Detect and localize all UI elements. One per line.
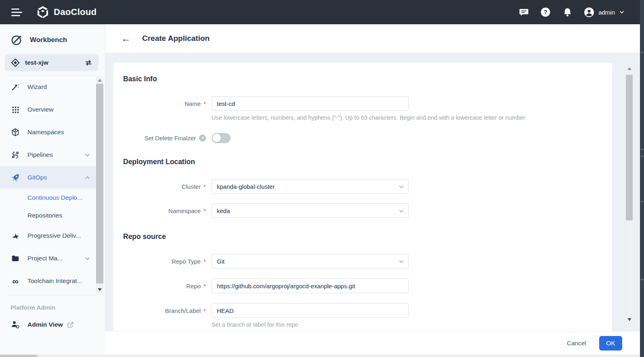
switch-workspace-icon[interactable] bbox=[84, 58, 93, 67]
app-root: DaoCloud ? bbox=[0, 0, 644, 357]
chevron-up-icon bbox=[84, 175, 90, 181]
platform-admin-section-label: Platform Admin bbox=[10, 304, 105, 311]
finalizer-label: Set Delete Finalzer bbox=[144, 135, 196, 142]
required-marker: * bbox=[203, 307, 206, 314]
scrollbar-thumb[interactable] bbox=[626, 75, 633, 220]
wand-icon bbox=[10, 82, 20, 91]
sidebar-subitem-label: Continuous Deplo... bbox=[27, 194, 82, 201]
help-icon[interactable]: ? bbox=[540, 7, 551, 17]
sidebar-item-admin-view[interactable]: Admin View bbox=[0, 313, 105, 336]
sidebar-item-project-management[interactable]: Project Ma... bbox=[0, 247, 96, 270]
sidebar-item-label: Pipelines bbox=[27, 151, 53, 158]
avatar bbox=[584, 7, 594, 17]
sidebar-subitem-label: Repositories bbox=[27, 212, 62, 219]
scroll-down-arrow[interactable] bbox=[98, 288, 102, 291]
namespace-select[interactable]: keda bbox=[212, 203, 409, 218]
window-scrollbar bbox=[640, 0, 644, 357]
branch-label: Branch/Label bbox=[165, 307, 201, 314]
sidebar-divider bbox=[8, 295, 96, 295]
sidebar-item-label: Project Ma... bbox=[27, 255, 63, 262]
repo-type-select[interactable]: Git bbox=[212, 254, 409, 268]
sidebar-item-progressive-delivery[interactable]: Progressive Deliv... bbox=[0, 224, 96, 247]
infinity-icon: ∞ bbox=[10, 277, 20, 285]
scrollbar-thumb[interactable] bbox=[0, 355, 37, 357]
required-marker: * bbox=[203, 100, 206, 107]
menu-toggle-icon[interactable] bbox=[11, 8, 22, 16]
chevron-down-icon bbox=[84, 152, 90, 158]
cluster-select-value: kpanda-global-cluster bbox=[217, 183, 275, 190]
sidebar-item-label: Namespaces bbox=[27, 129, 64, 136]
name-input[interactable] bbox=[212, 96, 409, 111]
ok-button[interactable]: OK bbox=[599, 336, 622, 351]
pipeline-icon bbox=[10, 150, 20, 159]
finalizer-help-icon[interactable]: ? bbox=[199, 135, 206, 142]
scroll-up-arrow[interactable] bbox=[98, 79, 102, 82]
repo-input[interactable] bbox=[212, 279, 409, 293]
app-header: DaoCloud ? bbox=[0, 0, 644, 24]
required-marker: * bbox=[203, 183, 206, 190]
cube-icon bbox=[10, 128, 20, 137]
chevron-down-icon bbox=[399, 208, 404, 215]
branch-input[interactable] bbox=[212, 303, 409, 318]
namespace-select-value: keda bbox=[217, 207, 230, 214]
workbench-label: Workbench bbox=[30, 36, 67, 44]
user-menu[interactable]: admin bbox=[584, 7, 625, 17]
back-arrow-icon[interactable]: ← bbox=[121, 34, 131, 43]
chevron-down-icon bbox=[619, 9, 625, 15]
workspace-selector[interactable]: test-xjw bbox=[5, 54, 99, 71]
form-card: Basic Info Name * Use lowercase letters,… bbox=[113, 63, 612, 332]
scroll-down-arrow[interactable] bbox=[627, 318, 631, 321]
page-header: ← Create Application bbox=[105, 24, 640, 53]
finalizer-row: Set Delete Finalzer ? bbox=[123, 133, 612, 143]
admin-user-icon bbox=[10, 320, 20, 330]
brand[interactable]: DaoCloud bbox=[36, 5, 96, 19]
required-marker: * bbox=[203, 207, 206, 214]
grid-icon bbox=[10, 106, 20, 114]
sidebar-item-wizard[interactable]: Wizard bbox=[0, 76, 96, 98]
sidebar-item-pipelines[interactable]: Pipelines bbox=[0, 144, 96, 166]
namespace-label: Namespace bbox=[168, 207, 201, 214]
user-name: admin bbox=[598, 9, 615, 16]
sidebar-header-workbench[interactable]: Workbench bbox=[0, 24, 105, 53]
repo-field-row: Repo * bbox=[123, 279, 612, 293]
sidebar-item-gitops[interactable]: GitOps bbox=[0, 166, 96, 189]
cluster-select[interactable]: kpanda-global-cluster bbox=[212, 179, 409, 194]
cancel-button[interactable]: Cancel bbox=[561, 336, 592, 350]
sidebar-item-toolchain-integration[interactable]: ∞ Toolchain Integrat... bbox=[0, 270, 96, 292]
scrollbar-thumb[interactable] bbox=[96, 84, 103, 283]
sidebar-scrollbar bbox=[96, 77, 103, 293]
header-actions: ? admin bbox=[518, 7, 625, 17]
sidebar-item-label: Toolchain Integrat... bbox=[27, 277, 82, 285]
notifications-bell-icon[interactable] bbox=[562, 7, 573, 17]
sidebar-subitem-continuous-deployment[interactable]: Continuous Deplo... bbox=[0, 189, 105, 207]
page-title: Create Application bbox=[142, 34, 210, 43]
required-marker: * bbox=[203, 283, 206, 289]
namespace-field-row: Namespace * keda bbox=[123, 203, 612, 218]
folder-icon bbox=[10, 254, 20, 263]
sidebar-item-label: Wizard bbox=[27, 83, 47, 91]
feedback-icon[interactable] bbox=[518, 7, 529, 17]
chevron-down-icon bbox=[399, 259, 404, 266]
branch-helper-text: Set a branch or label for this repo bbox=[212, 321, 612, 328]
workspace-icon bbox=[10, 58, 20, 68]
scroll-up-arrow[interactable] bbox=[627, 67, 631, 70]
repo-type-label: Repo Type bbox=[172, 258, 201, 265]
repo-label: Repo bbox=[186, 283, 201, 289]
workspace-name: test-xjw bbox=[25, 59, 48, 66]
cluster-label: Cluster bbox=[182, 183, 201, 190]
section-basic-info: Basic Info bbox=[123, 75, 612, 83]
daocloud-logo-icon bbox=[36, 5, 50, 19]
admin-view-label: Admin View bbox=[27, 321, 63, 328]
sidebar-item-namespaces[interactable]: Namespaces bbox=[0, 121, 96, 144]
section-deployment-location: Deployment Location bbox=[123, 158, 612, 166]
required-marker: * bbox=[203, 258, 206, 265]
cluster-field-row: Cluster * kpanda-global-cluster bbox=[123, 179, 612, 194]
section-repo-source: Repo source bbox=[123, 232, 612, 241]
name-helper-text: Use lowercase letters, numbers, and hyph… bbox=[212, 114, 612, 121]
finalizer-toggle[interactable] bbox=[212, 133, 231, 143]
sidebar-subitem-repositories[interactable]: Repositories bbox=[0, 207, 105, 224]
content-area: Basic Info Name * Use lowercase letters,… bbox=[105, 53, 640, 332]
workbench-icon bbox=[10, 34, 23, 46]
content-scrollbar bbox=[626, 65, 633, 323]
sidebar-item-overview[interactable]: Overview bbox=[0, 98, 96, 121]
